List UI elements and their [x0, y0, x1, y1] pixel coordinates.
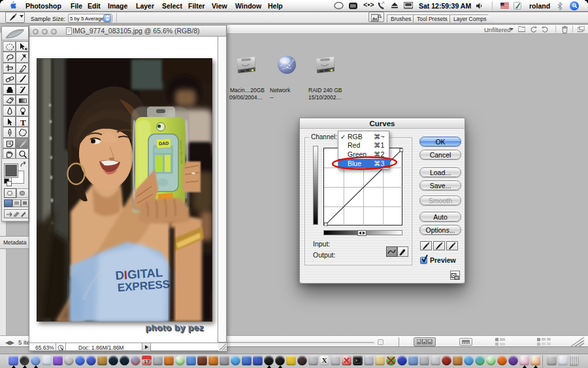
svg-text:T: T	[20, 118, 26, 127]
